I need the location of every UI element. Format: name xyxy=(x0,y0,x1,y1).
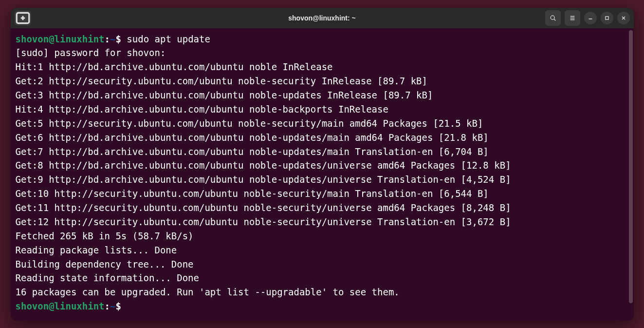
prompt-sep: $ xyxy=(115,301,121,311)
output-line: Get:3 http://bd.archive.ubuntu.com/ubunt… xyxy=(16,88,629,102)
output-line: Get:8 http://bd.archive.ubuntu.com/ubunt… xyxy=(16,158,629,173)
close-button[interactable] xyxy=(617,12,630,24)
output-line: Building dependency tree... Done xyxy=(16,257,629,271)
prompt-path: ~ xyxy=(110,34,115,44)
output-line: Get:10 http://security.ubuntu.com/ubuntu… xyxy=(16,187,629,201)
titlebar: shovon@linuxhint: ~ xyxy=(11,8,634,28)
prompt-colon: : xyxy=(105,301,110,311)
output-line: Get:11 http://security.ubuntu.com/ubuntu… xyxy=(16,201,629,215)
prompt-line: shovon@linuxhint:~$ xyxy=(16,299,629,313)
scrollbar[interactable] xyxy=(629,30,633,303)
prompt-sep: $ xyxy=(115,34,121,44)
search-icon xyxy=(550,15,556,21)
prompt-user-host: shovon@linuxhint xyxy=(16,301,105,311)
menu-button[interactable] xyxy=(565,10,580,26)
prompt-line: shovon@linuxhint:~$ sudo apt update xyxy=(16,32,629,46)
prompt-path: ~ xyxy=(110,301,115,311)
maximize-icon xyxy=(604,15,610,21)
output-line: Hit:1 http://bd.archive.ubuntu.com/ubunt… xyxy=(16,60,629,74)
window-title: shovon@linuxhint: ~ xyxy=(288,14,355,22)
output-line: Fetched 265 kB in 5s (58.7 kB/s) xyxy=(16,229,629,243)
output-line: Get:6 http://bd.archive.ubuntu.com/ubunt… xyxy=(16,131,629,145)
minimize-icon xyxy=(587,15,594,21)
output-line: [sudo] password for shovon: xyxy=(16,46,629,60)
minimize-button[interactable] xyxy=(584,12,597,24)
svg-line-4 xyxy=(554,19,555,20)
output-line: Reading state information... Done xyxy=(16,271,629,285)
close-icon xyxy=(620,15,627,21)
svg-point-3 xyxy=(551,16,554,19)
hamburger-icon xyxy=(569,15,576,21)
terminal-body[interactable]: shovon@linuxhint:~$ sudo apt update [sud… xyxy=(11,28,634,321)
search-button[interactable] xyxy=(545,10,561,26)
svg-rect-9 xyxy=(605,16,608,19)
prompt-user-host: shovon@linuxhint xyxy=(16,34,105,44)
new-tab-icon xyxy=(15,10,31,26)
command-text: sudo apt update xyxy=(127,34,210,44)
output-line: Get:2 http://security.ubuntu.com/ubuntu … xyxy=(16,74,629,88)
maximize-button[interactable] xyxy=(601,12,613,24)
output-line: Get:5 http://security.ubuntu.com/ubuntu … xyxy=(16,116,629,131)
output-line: Get:12 http://security.ubuntu.com/ubuntu… xyxy=(16,215,629,229)
prompt-colon: : xyxy=(105,34,110,44)
output-line: Get:9 http://bd.archive.ubuntu.com/ubunt… xyxy=(16,173,629,187)
output-line: Get:7 http://bd.archive.ubuntu.com/ubunt… xyxy=(16,145,629,159)
terminal-window: shovon@linuxhint: ~ shovon@linuxhint:~$ … xyxy=(11,8,634,321)
output-line: 16 packages can be upgraded. Run 'apt li… xyxy=(16,285,629,299)
output-line: Hit:4 http://bd.archive.ubuntu.com/ubunt… xyxy=(16,102,629,116)
output-line: Reading package lists... Done xyxy=(16,243,629,257)
new-tab-button[interactable] xyxy=(15,11,31,25)
